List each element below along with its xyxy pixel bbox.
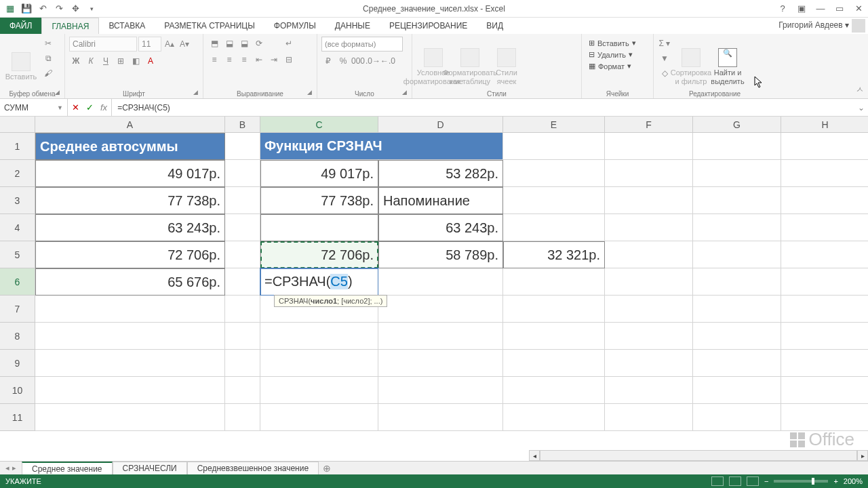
cell-D7[interactable]: [378, 296, 503, 323]
cell-B9[interactable]: [225, 350, 260, 377]
delete-cells-button[interactable]: ⊟Удалить ▾: [586, 49, 649, 60]
font-name-input[interactable]: Calibri: [69, 37, 137, 52]
cell-F10[interactable]: [605, 377, 693, 404]
cell-H11[interactable]: [781, 404, 868, 431]
horizontal-scrollbar[interactable]: ◂ ▸: [0, 450, 868, 461]
format-cells-button[interactable]: ▦Формат ▾: [586, 61, 649, 71]
cell-H3[interactable]: [781, 187, 868, 214]
cell-F1[interactable]: [605, 133, 693, 160]
zoom-out-icon[interactable]: −: [764, 477, 768, 485]
row-header-8[interactable]: 8: [0, 323, 35, 350]
cell-B7[interactable]: [225, 296, 260, 323]
paste-button[interactable]: Вставить: [4, 37, 38, 97]
border-icon[interactable]: ⊞: [114, 54, 127, 68]
cell-D11[interactable]: [378, 404, 503, 431]
cell-A1[interactable]: Среднее автосуммы: [35, 133, 225, 160]
col-header-B[interactable]: B: [225, 117, 260, 133]
increase-decimal-icon[interactable]: .0→: [366, 54, 380, 68]
cell-D3[interactable]: Напоминание: [378, 187, 503, 214]
cell-F2[interactable]: [605, 160, 693, 187]
cell-H7[interactable]: [781, 296, 868, 323]
maximize-icon[interactable]: ▭: [833, 2, 846, 16]
col-header-F[interactable]: F: [605, 117, 693, 133]
cell-E10[interactable]: [503, 377, 605, 404]
cell-G11[interactable]: [693, 404, 781, 431]
tab-file[interactable]: ФАЙЛ: [0, 18, 41, 34]
tab-data[interactable]: ДАННЫЕ: [326, 18, 380, 34]
cell-E6[interactable]: [503, 268, 605, 296]
cell-B1[interactable]: [225, 133, 260, 160]
cell-H10[interactable]: [781, 377, 868, 404]
cell-E7[interactable]: [503, 296, 605, 323]
cell-H5[interactable]: [781, 241, 868, 268]
cell-H9[interactable]: [781, 350, 868, 377]
scroll-left-icon[interactable]: ◂: [529, 450, 540, 461]
indent-decrease-icon[interactable]: ⇤: [252, 53, 266, 66]
row-header-10[interactable]: 10: [0, 377, 35, 404]
tab-page-layout[interactable]: РАЗМЕТКА СТРАНИЦЫ: [155, 18, 264, 34]
cell-H6[interactable]: [781, 268, 868, 296]
user-name[interactable]: Григорий Авдеев ▾: [778, 20, 849, 30]
cell-H4[interactable]: [781, 214, 868, 241]
cell-G6[interactable]: [693, 268, 781, 296]
cell-F3[interactable]: [605, 187, 693, 214]
col-header-C[interactable]: C: [260, 117, 378, 133]
cell-D9[interactable]: [378, 350, 503, 377]
cell-G2[interactable]: [693, 160, 781, 187]
tab-review[interactable]: РЕЦЕНЗИРОВАНИЕ: [380, 18, 477, 34]
collapse-ribbon-icon[interactable]: ㅅ: [856, 84, 864, 96]
align-top-icon[interactable]: ⬒: [208, 37, 221, 50]
cell-C2[interactable]: 49 017р.: [260, 160, 378, 187]
cell-A10[interactable]: [35, 377, 225, 404]
font-color-icon[interactable]: A: [144, 54, 157, 68]
cell-G8[interactable]: [693, 323, 781, 350]
number-format-select[interactable]: (все форматы): [321, 37, 403, 52]
row-header-7[interactable]: 7: [0, 296, 35, 323]
sort-filter-button[interactable]: Сортировка и фильтр: [674, 37, 708, 97]
col-header-G[interactable]: G: [693, 117, 781, 133]
cell-A4[interactable]: 63 243р.: [35, 214, 225, 241]
name-box[interactable]: СУММ▼: [0, 99, 68, 116]
insert-function-icon[interactable]: fx: [100, 102, 107, 113]
sheet-tab-0[interactable]: Среднее значение: [22, 462, 113, 475]
increase-font-icon[interactable]: A▴: [163, 37, 176, 51]
bold-button[interactable]: Ж: [69, 54, 83, 68]
col-header-A[interactable]: A: [35, 117, 225, 133]
tab-home[interactable]: ГЛАВНАЯ: [41, 18, 99, 34]
font-size-input[interactable]: 11: [138, 37, 161, 52]
cell-F6[interactable]: [605, 268, 693, 296]
tab-formulas[interactable]: ФОРМУЛЫ: [264, 18, 326, 34]
cell-B6[interactable]: [225, 268, 260, 296]
cell-E4[interactable]: [503, 214, 605, 241]
cell-A2[interactable]: 49 017р.: [35, 160, 225, 187]
cell-F7[interactable]: [605, 296, 693, 323]
cell-C8[interactable]: [260, 323, 378, 350]
clipboard-launcher-icon[interactable]: ◢: [55, 89, 63, 97]
cell-B5[interactable]: [225, 241, 260, 268]
cell-E2[interactable]: [503, 160, 605, 187]
align-center-icon[interactable]: ≡: [222, 53, 236, 66]
cell-A5[interactable]: 72 706р.: [35, 241, 225, 268]
col-header-H[interactable]: H: [781, 117, 868, 133]
cell-E1[interactable]: [503, 133, 605, 160]
font-launcher-icon[interactable]: ◢: [193, 89, 201, 97]
row-header-11[interactable]: 11: [0, 404, 35, 431]
scroll-track[interactable]: [540, 450, 857, 461]
row-header-2[interactable]: 2: [0, 160, 35, 187]
format-painter-icon[interactable]: 🖌: [41, 66, 56, 80]
redo-icon[interactable]: ↷: [52, 1, 66, 16]
ribbon-options-icon[interactable]: ▣: [795, 2, 808, 16]
formula-input[interactable]: =СРЗНАЧ(C5): [112, 99, 854, 116]
cell-B10[interactable]: [225, 377, 260, 404]
row-header-5[interactable]: 5: [0, 241, 35, 268]
cell-D5[interactable]: 58 789р.: [378, 241, 503, 268]
cell-E3[interactable]: [503, 187, 605, 214]
save-icon[interactable]: 💾: [19, 1, 34, 16]
cell-F4[interactable]: [605, 214, 693, 241]
cell-G9[interactable]: [693, 350, 781, 377]
qat-customize-icon[interactable]: ▾: [84, 1, 99, 16]
align-bottom-icon[interactable]: ⬓: [237, 37, 251, 50]
cell-G5[interactable]: [693, 241, 781, 268]
cell-C11[interactable]: [260, 404, 378, 431]
spreadsheet-grid[interactable]: ABCDEFGH 1234567891011 Среднее автосуммы…: [0, 117, 868, 435]
